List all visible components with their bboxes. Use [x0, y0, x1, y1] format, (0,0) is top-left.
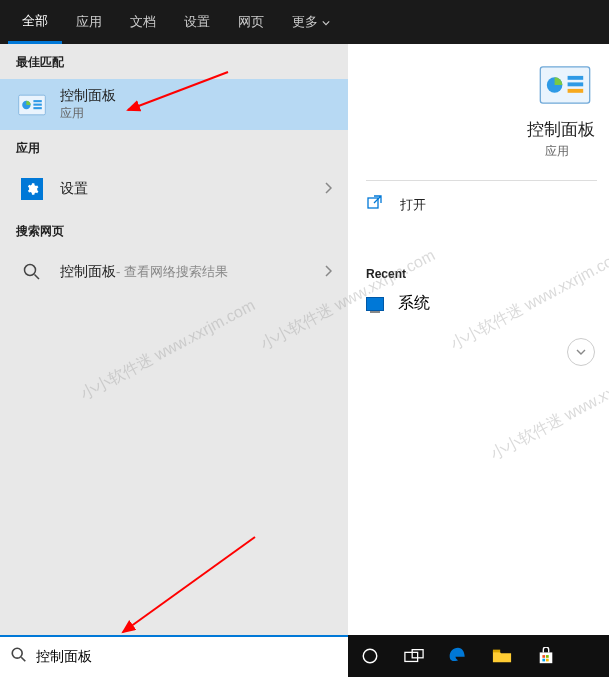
apps-header: 应用: [0, 130, 348, 165]
search-results-panel: 最佳匹配 控制面板 应用 应用: [0, 44, 348, 635]
edge-icon: [448, 646, 468, 666]
action-open[interactable]: 打开: [366, 181, 597, 229]
svg-point-13: [12, 648, 22, 658]
result-web-search[interactable]: 控制面板 - 查看网络搜索结果: [0, 248, 348, 296]
svg-point-15: [363, 649, 377, 663]
search-icon: [16, 256, 48, 288]
svg-rect-9: [568, 76, 584, 80]
svg-rect-12: [368, 198, 378, 208]
detail-title: 控制面板: [366, 118, 597, 141]
svg-rect-18: [493, 650, 500, 653]
detail-subtitle: 应用: [366, 143, 597, 160]
edge-button[interactable]: [436, 635, 480, 677]
svg-rect-21: [542, 659, 545, 662]
tab-more[interactable]: 更多: [278, 0, 344, 44]
svg-rect-3: [33, 103, 41, 105]
tab-all[interactable]: 全部: [8, 0, 62, 44]
tab-documents[interactable]: 文档: [116, 0, 170, 44]
store-icon: [537, 647, 555, 665]
result-title: 控制面板: [60, 263, 116, 281]
chevron-right-icon: [324, 265, 332, 280]
svg-rect-10: [568, 82, 584, 86]
svg-rect-20: [546, 655, 549, 658]
svg-line-6: [35, 275, 40, 280]
monitor-icon: [366, 297, 384, 311]
chevron-right-icon: [324, 182, 332, 197]
recent-item-system[interactable]: 系统: [366, 281, 597, 326]
svg-rect-22: [546, 659, 549, 662]
svg-rect-19: [542, 655, 545, 658]
result-detail-panel: 控制面板 应用 打开 Recent 系统: [348, 44, 609, 635]
result-subtitle: 应用: [60, 105, 332, 122]
result-title: 控制面板: [60, 87, 332, 105]
tab-apps[interactable]: 应用: [62, 0, 116, 44]
taskbar-search[interactable]: [0, 635, 348, 677]
svg-rect-16: [405, 652, 418, 661]
task-view-icon: [404, 648, 424, 664]
svg-rect-4: [33, 107, 41, 109]
result-settings[interactable]: 设置: [0, 165, 348, 213]
search-input[interactable]: [28, 649, 338, 665]
chevron-down-icon: [575, 346, 587, 358]
tab-settings[interactable]: 设置: [170, 0, 224, 44]
task-view-button[interactable]: [392, 635, 436, 677]
result-title: 设置: [60, 180, 324, 198]
expand-actions-button[interactable]: [567, 338, 595, 366]
svg-point-5: [25, 265, 36, 276]
taskbar: [0, 635, 609, 677]
control-panel-icon: [16, 89, 48, 121]
recent-header: Recent: [366, 267, 597, 281]
store-button[interactable]: [524, 635, 568, 677]
explorer-button[interactable]: [480, 635, 524, 677]
tab-more-label: 更多: [292, 13, 318, 31]
svg-line-14: [21, 657, 25, 661]
gear-icon: [21, 178, 43, 200]
action-open-label: 打开: [400, 196, 426, 214]
best-match-header: 最佳匹配: [0, 44, 348, 79]
search-category-tabs: 全部 应用 文档 设置 网页 更多: [0, 0, 609, 44]
svg-rect-2: [33, 100, 41, 102]
result-suffix: - 查看网络搜索结果: [116, 263, 228, 281]
web-header: 搜索网页: [0, 213, 348, 248]
control-panel-large-icon: [366, 64, 597, 106]
cortana-button[interactable]: [348, 635, 392, 677]
result-control-panel[interactable]: 控制面板 应用: [0, 79, 348, 130]
caret-down-icon: [322, 15, 330, 30]
recent-item-label: 系统: [398, 293, 430, 314]
tab-web[interactable]: 网页: [224, 0, 278, 44]
cortana-icon: [361, 647, 379, 665]
svg-rect-11: [568, 89, 584, 93]
open-icon: [366, 195, 386, 215]
search-icon: [10, 646, 28, 668]
folder-icon: [492, 648, 512, 664]
